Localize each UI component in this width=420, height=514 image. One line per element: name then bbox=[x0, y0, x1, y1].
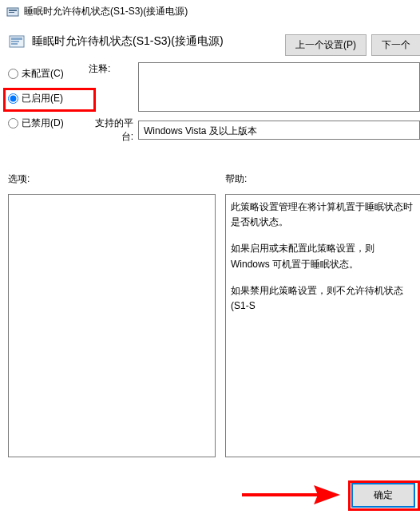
radio-not-configured-input[interactable] bbox=[8, 69, 18, 79]
svg-rect-1 bbox=[9, 10, 17, 11]
help-p2: 如果启用或未配置此策略设置，则 Windows 可机置于睡眠状态。 bbox=[231, 241, 415, 271]
radio-group: 未配置(C) 已启用(E) 已禁用(D) bbox=[8, 62, 84, 130]
next-setting-button[interactable]: 下一个 bbox=[371, 34, 420, 56]
help-label: 帮助: bbox=[225, 172, 420, 186]
platform-text: Windows Vista 及以上版本 bbox=[138, 121, 420, 140]
prev-setting-button[interactable]: 上一个设置(P) bbox=[285, 34, 367, 56]
radio-not-configured-label: 未配置(C) bbox=[22, 67, 64, 81]
comment-label: 注释: bbox=[84, 62, 138, 76]
options-label: 选项: bbox=[8, 172, 225, 186]
help-p1: 此策略设置管理在将计算机置于睡眠状态时是否机状态。 bbox=[231, 200, 415, 230]
options-panel[interactable] bbox=[8, 194, 216, 457]
setting-icon bbox=[8, 33, 26, 50]
window-title: 睡眠时允许待机状态(S1-S3)(接通电源) bbox=[24, 5, 188, 18]
subtitle-text: 睡眠时允许待机状态(S1-S3)(接通电源) bbox=[32, 34, 224, 49]
svg-rect-5 bbox=[11, 41, 19, 42]
arrow-annotation bbox=[238, 479, 342, 511]
help-p3: 如果禁用此策略设置，则不允许待机状态(S1-S bbox=[231, 283, 415, 314]
help-panel[interactable]: 此策略设置管理在将计算机置于睡眠状态时是否机状态。 如果启用或未配置此策略设置，… bbox=[225, 194, 420, 457]
radio-enabled[interactable]: 已启用(E) bbox=[8, 92, 84, 105]
radio-enabled-label: 已启用(E) bbox=[22, 92, 63, 105]
ok-button[interactable]: 确定 bbox=[351, 483, 415, 508]
radio-disabled-label: 已禁用(D) bbox=[22, 117, 64, 130]
radio-enabled-input[interactable] bbox=[8, 93, 18, 104]
platform-label: 支持的平台: bbox=[84, 117, 138, 144]
radio-not-configured[interactable]: 未配置(C) bbox=[8, 67, 84, 81]
titlebar: 睡眠时允许待机状态(S1-S3)(接通电源) bbox=[0, 0, 420, 23]
svg-rect-2 bbox=[9, 12, 14, 13]
radio-disabled[interactable]: 已禁用(D) bbox=[8, 117, 84, 130]
svg-rect-4 bbox=[11, 38, 22, 40]
svg-marker-8 bbox=[314, 485, 340, 504]
radio-disabled-input[interactable] bbox=[8, 118, 18, 128]
svg-rect-6 bbox=[11, 43, 18, 45]
comment-textarea[interactable] bbox=[138, 62, 420, 112]
bottom-bar: 确定 bbox=[0, 479, 420, 511]
policy-icon bbox=[6, 6, 19, 18]
